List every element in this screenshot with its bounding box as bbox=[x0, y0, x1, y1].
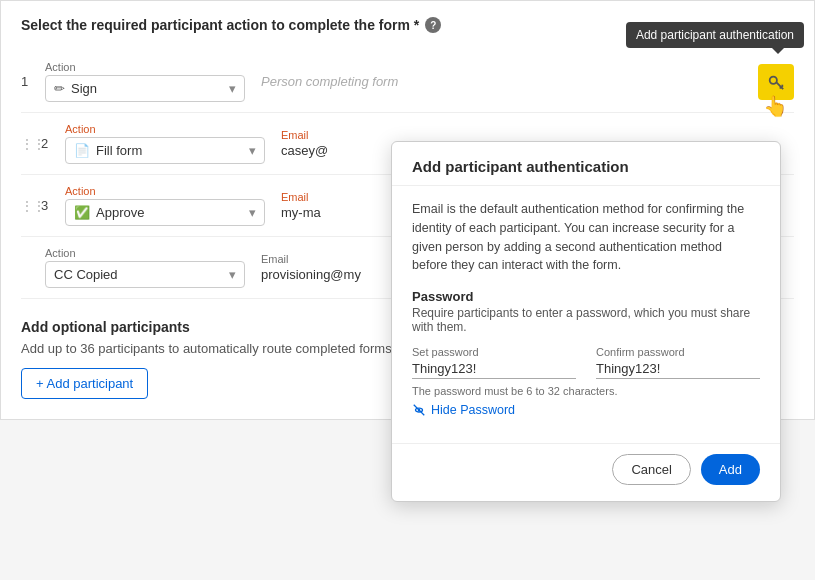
action-value-1: Sign bbox=[71, 81, 97, 96]
email-field-1: Person completing form bbox=[261, 74, 750, 89]
confirm-password-label: Confirm password bbox=[596, 346, 760, 358]
modal-title: Add participant authentication bbox=[412, 158, 629, 175]
cc-action-group: Action CC Copied ▾ bbox=[45, 247, 245, 288]
password-section: Password Require participants to enter a… bbox=[412, 289, 760, 417]
add-button[interactable]: Add bbox=[701, 454, 760, 485]
drag-handle-3[interactable]: ⋮⋮ bbox=[21, 199, 37, 213]
action-select-1[interactable]: ✏ Sign ▾ bbox=[45, 75, 245, 102]
action-select-2[interactable]: 📄 Fill form ▾ bbox=[65, 137, 265, 164]
hide-password-label: Hide Password bbox=[431, 403, 515, 417]
tooltip-text: Add participant authentication bbox=[636, 28, 794, 42]
tooltip-box: Add participant authentication bbox=[626, 22, 804, 48]
row-number-2: 2 bbox=[41, 136, 65, 151]
hide-password-button[interactable]: Hide Password bbox=[412, 403, 515, 417]
key-button-container: Add participant authentication 👆 bbox=[750, 64, 794, 100]
row-number-1: 1 bbox=[21, 74, 45, 89]
modal-header: Add participant authentication bbox=[392, 142, 780, 186]
svg-point-0 bbox=[770, 76, 777, 83]
page-wrapper: Select the required participant action t… bbox=[0, 0, 815, 420]
page-title: Select the required participant action t… bbox=[21, 17, 419, 33]
set-password-label: Set password bbox=[412, 346, 576, 358]
chevron-down-icon-3: ▾ bbox=[249, 205, 256, 220]
auth-modal: Add participant authentication Email is … bbox=[391, 141, 781, 502]
action-value-3: Approve bbox=[96, 205, 144, 220]
add-participant-label: + Add participant bbox=[36, 376, 133, 391]
add-label: Add bbox=[719, 462, 742, 477]
action-group-2: Action 📄 Fill form ▾ bbox=[65, 123, 265, 164]
approve-icon: ✅ bbox=[74, 205, 90, 220]
password-section-title: Password bbox=[412, 289, 760, 304]
email-placeholder-1: Person completing form bbox=[261, 74, 750, 89]
chevron-down-icon-cc: ▾ bbox=[229, 267, 236, 282]
action-label-1: Action bbox=[45, 61, 245, 73]
eye-off-icon bbox=[412, 403, 426, 417]
participant-row-1: 1 Action ✏ Sign ▾ Person completing form… bbox=[21, 51, 794, 113]
cancel-button[interactable]: Cancel bbox=[612, 454, 690, 485]
row-number-3: 3 bbox=[41, 198, 65, 213]
email-label-2: Email bbox=[281, 129, 794, 141]
drag-handle-2[interactable]: ⋮⋮ bbox=[21, 137, 37, 151]
cc-action-value: CC Copied bbox=[54, 267, 118, 282]
chevron-down-icon-1: ▾ bbox=[229, 81, 236, 96]
password-fields: Set password Thingy123! Confirm password… bbox=[412, 346, 760, 379]
svg-point-5 bbox=[418, 409, 421, 412]
modal-footer: Cancel Add bbox=[392, 443, 780, 501]
set-password-group: Set password Thingy123! bbox=[412, 346, 576, 379]
cc-action-select[interactable]: CC Copied ▾ bbox=[45, 261, 245, 288]
add-participant-button[interactable]: + Add participant bbox=[21, 368, 148, 399]
key-icon bbox=[767, 73, 785, 91]
modal-body: Email is the default authentication meth… bbox=[392, 186, 780, 443]
modal-description: Email is the default authentication meth… bbox=[412, 200, 760, 275]
chevron-down-icon-2: ▾ bbox=[249, 143, 256, 158]
action-label-3: Action bbox=[65, 185, 265, 197]
password-section-desc: Require participants to enter a password… bbox=[412, 306, 760, 334]
confirm-password-value: Thingy123! bbox=[596, 361, 760, 379]
password-hint: The password must be 6 to 32 characters. bbox=[412, 385, 760, 397]
action-value-2: Fill form bbox=[96, 143, 142, 158]
action-group-1: Action ✏ Sign ▾ bbox=[45, 61, 245, 102]
help-icon[interactable]: ? bbox=[425, 17, 441, 33]
cursor-icon: 👆 bbox=[763, 94, 788, 118]
action-select-3[interactable]: ✅ Approve ▾ bbox=[65, 199, 265, 226]
sign-icon: ✏ bbox=[54, 81, 65, 96]
cc-action-label: Action bbox=[45, 247, 245, 259]
action-group-3: Action ✅ Approve ▾ bbox=[65, 185, 265, 226]
action-label-2: Action bbox=[65, 123, 265, 135]
cancel-label: Cancel bbox=[631, 462, 671, 477]
fillform-icon: 📄 bbox=[74, 143, 90, 158]
confirm-password-group: Confirm password Thingy123! bbox=[596, 346, 760, 379]
set-password-value: Thingy123! bbox=[412, 361, 576, 379]
